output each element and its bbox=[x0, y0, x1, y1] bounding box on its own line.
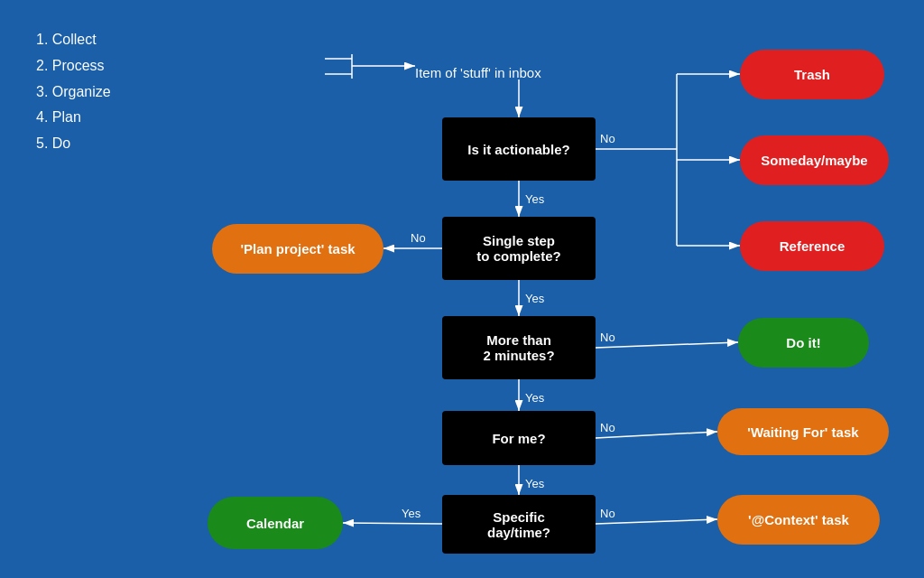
outcome-reference: Reference bbox=[740, 221, 884, 271]
svg-text:Yes: Yes bbox=[525, 192, 545, 206]
svg-text:Yes: Yes bbox=[525, 477, 545, 490]
decision-single-step: Single stepto complete? bbox=[442, 217, 596, 280]
inbox-label: Item of 'stuff' in inbox bbox=[415, 65, 541, 80]
svg-text:No: No bbox=[600, 507, 615, 520]
decision-actionable: Is it actionable? bbox=[442, 117, 596, 181]
step-4: 4. Plan bbox=[36, 105, 111, 131]
svg-text:Yes: Yes bbox=[402, 507, 421, 520]
svg-line-31 bbox=[343, 523, 442, 524]
diagram: 1. Collect 2. Process 3. Organize 4. Pla… bbox=[0, 0, 924, 578]
outcome-waiting-for: 'Waiting For' task bbox=[717, 408, 889, 455]
decision-for-me: For me? bbox=[442, 411, 596, 465]
outcome-trash: Trash bbox=[740, 50, 884, 99]
outcome-plan-project: 'Plan project' task bbox=[212, 224, 383, 274]
svg-line-29 bbox=[596, 519, 717, 524]
decision-specific-day: Specificday/time? bbox=[442, 495, 596, 554]
outcome-someday: Someday/maybe bbox=[740, 135, 889, 185]
svg-text:No: No bbox=[600, 331, 615, 344]
svg-line-25 bbox=[596, 342, 738, 348]
svg-text:No: No bbox=[600, 132, 615, 145]
step-3: 3. Organize bbox=[36, 79, 111, 106]
step-5: 5. Do bbox=[36, 131, 111, 157]
steps-list: 1. Collect 2. Process 3. Organize 4. Pla… bbox=[36, 27, 111, 157]
svg-text:No: No bbox=[600, 421, 615, 434]
step-2: 2. Process bbox=[36, 53, 111, 79]
outcome-do-it: Do it! bbox=[738, 318, 869, 368]
outcome-context-task: '@Context' task bbox=[717, 495, 880, 545]
svg-text:Yes: Yes bbox=[525, 391, 545, 405]
outcome-calendar: Calendar bbox=[208, 497, 343, 549]
decision-two-minutes: More than2 minutes? bbox=[442, 316, 596, 379]
step-1: 1. Collect bbox=[36, 27, 111, 53]
svg-text:Yes: Yes bbox=[525, 292, 545, 305]
svg-text:No: No bbox=[411, 231, 426, 245]
svg-line-27 bbox=[596, 432, 717, 438]
